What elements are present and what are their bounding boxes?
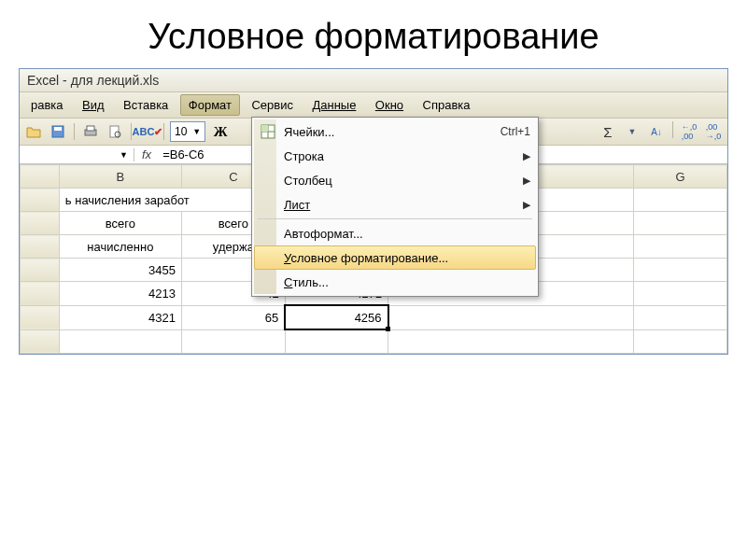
print-icon[interactable] (80, 121, 101, 142)
format-dropdown: Ячейки... Ctrl+1 Строка ▶ Столбец ▶ Лист… (251, 117, 539, 297)
active-cell[interactable]: 4256 (285, 305, 388, 329)
dd-style[interactable]: Стиль... (254, 270, 536, 294)
svg-rect-5 (87, 126, 94, 131)
chevron-right-icon: ▶ (523, 199, 530, 211)
row-header-corner[interactable] (21, 165, 60, 189)
chevron-right-icon: ▶ (523, 175, 530, 187)
font-size-select[interactable]: 10▼ (170, 121, 205, 142)
cells-icon (260, 123, 276, 140)
window-titlebar: Excel - для лекций.xls (20, 69, 727, 92)
col-header-g[interactable]: G (634, 165, 727, 189)
decrease-decimal-icon[interactable]: ,00→,0 (703, 121, 724, 142)
menu-format[interactable]: Формат (180, 94, 240, 116)
dd-cells-label: Ячейки... (284, 125, 493, 139)
chevron-down-icon[interactable]: ▼ (622, 121, 642, 142)
dd-row[interactable]: Строка ▶ (254, 144, 536, 168)
excel-window: Excel - для лекций.xls равка Вид Вставка… (19, 68, 728, 355)
menu-window[interactable]: Окно (368, 95, 411, 115)
name-box[interactable]: ▼ (20, 148, 134, 161)
dd-separator (258, 218, 532, 219)
slide-title: Условное форматирование (0, 17, 747, 57)
menu-tools[interactable]: Сервис (244, 95, 301, 115)
menu-edit[interactable]: равка (23, 95, 71, 115)
dd-conditional-formatting[interactable]: Условное форматирование... (254, 245, 536, 270)
autosum-icon[interactable]: Σ (598, 121, 618, 142)
dd-autoformat[interactable]: Автоформат... (254, 221, 536, 245)
sort-az-icon[interactable]: A↓ (646, 121, 667, 142)
open-icon[interactable] (23, 121, 44, 142)
svg-rect-1 (261, 125, 268, 132)
menu-help[interactable]: Справка (416, 95, 478, 115)
chevron-right-icon: ▶ (523, 150, 530, 162)
save-icon[interactable] (48, 121, 68, 142)
print-preview-icon[interactable] (105, 121, 125, 142)
col-header-b[interactable]: B (59, 165, 181, 189)
fx-label[interactable]: fx (134, 146, 159, 163)
svg-rect-3 (54, 127, 62, 131)
spellcheck-icon[interactable]: ABC✔ (137, 121, 158, 142)
dd-cells-shortcut: Ctrl+1 (500, 125, 530, 138)
increase-decimal-icon[interactable]: ←,0,00 (679, 121, 699, 142)
menu-data[interactable]: Данные (304, 95, 363, 115)
dd-cells[interactable]: Ячейки... Ctrl+1 (254, 119, 536, 144)
table-row: 4321 65 4256 (21, 305, 727, 329)
bold-button[interactable]: Ж (209, 121, 232, 142)
menu-insert[interactable]: Вставка (116, 95, 176, 115)
dd-column[interactable]: Столбец ▶ (254, 168, 536, 192)
menubar: равка Вид Вставка Формат Сервис Данные О… (20, 92, 727, 119)
menu-view[interactable]: Вид (75, 95, 112, 115)
dd-sheet[interactable]: Лист ▶ (254, 192, 536, 217)
table-row (21, 329, 727, 354)
